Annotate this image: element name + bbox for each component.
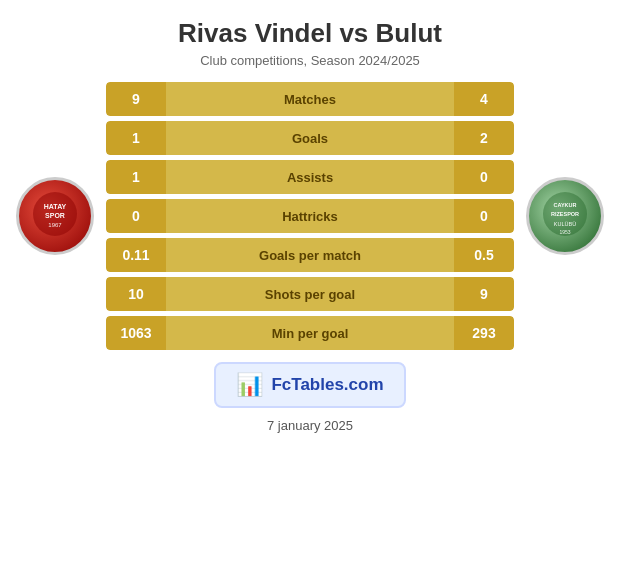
- stat-row: 1Assists0: [106, 160, 514, 194]
- svg-text:RIZESPOR: RIZESPOR: [551, 211, 579, 217]
- right-team-logo: CAYKUR RIZESPOR KULÜBÜ 1953: [520, 177, 610, 255]
- fctables-brand: FcTables.com: [271, 375, 383, 395]
- stat-row: 1063Min per goal293: [106, 316, 514, 350]
- stat-left-value: 1063: [106, 316, 166, 350]
- rizespor-logo: CAYKUR RIZESPOR KULÜBÜ 1953: [526, 177, 604, 255]
- page-title: Rivas Vindel vs Bulut: [178, 18, 442, 49]
- svg-text:KULÜBÜ: KULÜBÜ: [554, 221, 576, 227]
- stat-label: Goals per match: [166, 238, 454, 272]
- stat-label: Shots per goal: [166, 277, 454, 311]
- svg-text:HATAY: HATAY: [44, 203, 67, 210]
- stat-label: Goals: [166, 121, 454, 155]
- stat-right-value: 0: [454, 160, 514, 194]
- stat-left-value: 0: [106, 199, 166, 233]
- stat-right-value: 4: [454, 82, 514, 116]
- svg-text:1967: 1967: [48, 222, 62, 228]
- stat-left-value: 0.11: [106, 238, 166, 272]
- page-subtitle: Club competitions, Season 2024/2025: [200, 53, 420, 68]
- left-team-logo: HATAY SPOR 1967: [10, 177, 100, 255]
- svg-text:SPOR: SPOR: [45, 212, 65, 219]
- footer-logo-wrap: 📊 FcTables.com: [214, 362, 405, 408]
- stat-label: Assists: [166, 160, 454, 194]
- hatay-svg: HATAY SPOR 1967: [30, 189, 80, 239]
- stat-right-value: 0.5: [454, 238, 514, 272]
- stat-right-value: 293: [454, 316, 514, 350]
- svg-text:CAYKUR: CAYKUR: [553, 202, 576, 208]
- stat-left-value: 1: [106, 121, 166, 155]
- stat-left-value: 10: [106, 277, 166, 311]
- stat-right-value: 9: [454, 277, 514, 311]
- stat-right-value: 0: [454, 199, 514, 233]
- stat-row: 0Hattricks0: [106, 199, 514, 233]
- hatayspor-logo: HATAY SPOR 1967: [16, 177, 94, 255]
- page: Rivas Vindel vs Bulut Club competitions,…: [0, 0, 620, 580]
- stat-label: Min per goal: [166, 316, 454, 350]
- stat-left-value: 1: [106, 160, 166, 194]
- stat-left-value: 9: [106, 82, 166, 116]
- svg-text:1953: 1953: [559, 229, 570, 235]
- stat-row: 9Matches4: [106, 82, 514, 116]
- stat-row: 10Shots per goal9: [106, 277, 514, 311]
- stats-table: 9Matches41Goals21Assists00Hattricks00.11…: [106, 82, 514, 350]
- stat-row: 0.11Goals per match0.5: [106, 238, 514, 272]
- stat-right-value: 2: [454, 121, 514, 155]
- main-content: HATAY SPOR 1967 9Matches41Goals21Assists…: [10, 82, 610, 350]
- stat-label: Hattricks: [166, 199, 454, 233]
- stat-row: 1Goals2: [106, 121, 514, 155]
- riz-svg: CAYKUR RIZESPOR KULÜBÜ 1953: [540, 189, 590, 239]
- fctables-icon: 📊: [236, 372, 263, 398]
- stat-label: Matches: [166, 82, 454, 116]
- fctables-badge: 📊 FcTables.com: [214, 362, 405, 408]
- match-date: 7 january 2025: [267, 418, 353, 433]
